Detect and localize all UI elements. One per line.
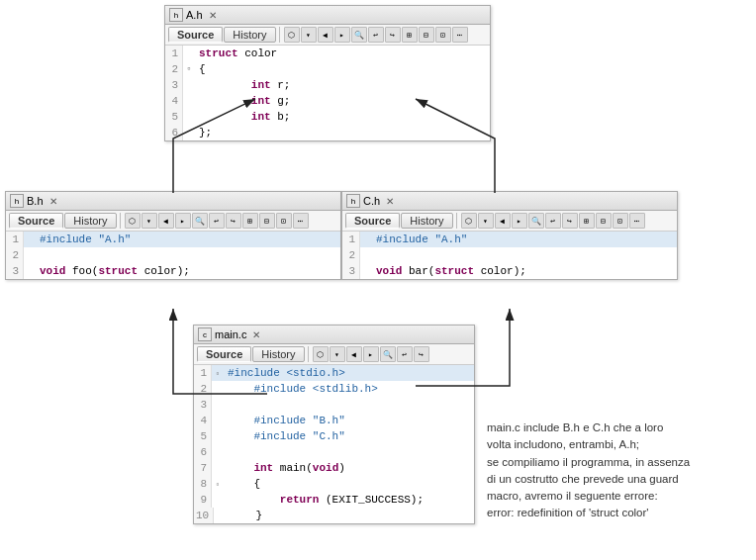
ch-line-1: 1 #include "A.h"	[342, 232, 677, 247]
mainc-icon5[interactable]: 🔍	[380, 346, 396, 362]
bh-source-tab[interactable]: Source	[9, 213, 63, 229]
bh-titlebar: h B.h ✕	[6, 192, 340, 211]
ch-source-tab[interactable]: Source	[345, 213, 400, 229]
bh-line-1: 1 #include "A.h"	[6, 232, 340, 247]
ah-line-1: 1 struct color	[165, 46, 490, 61]
ah-icon7[interactable]: ↪	[385, 27, 401, 43]
mainc-close-btn[interactable]: ✕	[252, 329, 260, 340]
ah-history-tab[interactable]: History	[224, 27, 275, 43]
mainc-icon1[interactable]: ⬡	[313, 346, 329, 362]
ch-icon9[interactable]: ⊟	[596, 213, 612, 229]
ah-window: h A.h ✕ Source History ⬡ ▾ ◀ ▸ 🔍 ↩ ↪ ⊞ ⊟…	[164, 5, 491, 141]
mainc-icon3[interactable]: ◀	[346, 346, 362, 362]
ah-icon8[interactable]: ⊞	[402, 27, 418, 43]
mainc-line-8: 8 ▫ {	[194, 476, 474, 492]
mainc-icon7[interactable]: ↪	[414, 346, 429, 362]
ch-icon6[interactable]: ↩	[545, 213, 561, 229]
ch-code: 1 #include "A.h" 2 3 void bar(struct col…	[342, 232, 677, 279]
mainc-line-10: 10 }	[194, 508, 474, 523]
mainc-icon6[interactable]: ↩	[397, 346, 413, 362]
mainc-tab-label: main.c	[215, 328, 246, 340]
bh-icon10[interactable]: ⊡	[276, 213, 292, 229]
ah-titlebar: h A.h ✕	[165, 6, 490, 25]
bh-icon5[interactable]: 🔍	[192, 213, 208, 229]
ah-icon4[interactable]: ▸	[334, 27, 350, 43]
ch-icon7[interactable]: ↪	[562, 213, 578, 229]
mainc-window: c main.c ✕ Source History ⬡ ▾ ◀ ▸ 🔍 ↩ ↪ …	[193, 325, 475, 524]
ah-icon10[interactable]: ⊡	[435, 27, 451, 43]
ah-source-tab[interactable]: Source	[168, 27, 223, 43]
mainc-source-tab[interactable]: Source	[197, 346, 251, 362]
mainc-toolbar: Source History ⬡ ▾ ◀ ▸ 🔍 ↩ ↪	[194, 344, 474, 365]
ah-icon9[interactable]: ⊟	[419, 27, 434, 43]
ah-line-5: 5 int b;	[165, 109, 490, 125]
ch-history-tab[interactable]: History	[401, 213, 452, 229]
ch-file-icon: h	[346, 194, 360, 208]
ch-window: h C.h ✕ Source History ⬡ ▾ ◀ ▸ 🔍 ↩ ↪ ⊞ ⊟…	[341, 191, 678, 280]
ah-icon6[interactable]: ↩	[368, 27, 384, 43]
ch-icon2[interactable]: ▾	[478, 213, 494, 229]
ch-titlebar: h C.h ✕	[342, 192, 677, 211]
mainc-history-tab[interactable]: History	[252, 346, 304, 362]
ah-close-btn[interactable]: ✕	[209, 10, 217, 21]
ah-icon1[interactable]: ⬡	[284, 27, 300, 43]
bh-line-2: 2	[6, 247, 340, 263]
bh-icon1[interactable]: ⬡	[125, 213, 141, 229]
bh-icon11[interactable]: ⋯	[293, 213, 309, 229]
mainc-icon2[interactable]: ▾	[330, 346, 345, 362]
mainc-line-7: 7 int main(void)	[194, 460, 474, 476]
ch-icon1[interactable]: ⬡	[461, 213, 477, 229]
mainc-icon4[interactable]: ▸	[363, 346, 379, 362]
bh-icon2[interactable]: ▾	[142, 213, 157, 229]
mainc-line-4: 4 #include "B.h"	[194, 413, 474, 428]
mainc-line-3: 3	[194, 397, 474, 413]
mainc-line-6: 6	[194, 444, 474, 460]
bh-file-icon: h	[10, 194, 24, 208]
ch-tab-label: C.h	[363, 195, 380, 207]
mainc-line-1: 1 ▫ #include <stdio.h>	[194, 365, 474, 381]
mainc-titlebar: c main.c ✕	[194, 326, 474, 344]
bh-close-btn[interactable]: ✕	[49, 196, 57, 207]
ch-icon8[interactable]: ⊞	[579, 213, 595, 229]
description-box: main.c include B.h e C.h che a lorovolta…	[487, 420, 690, 522]
ah-sep1	[279, 27, 280, 43]
ch-icon4[interactable]: ▸	[512, 213, 527, 229]
mainc-sep1	[308, 346, 309, 362]
ch-icons: ⬡ ▾ ◀ ▸ 🔍 ↩ ↪ ⊞ ⊟ ⊡ ⋯	[461, 213, 645, 229]
mainc-line-5: 5 #include "C.h"	[194, 428, 474, 444]
bh-code: 1 #include "A.h" 2 3 void foo(struct col…	[6, 232, 340, 279]
ch-close-btn[interactable]: ✕	[386, 196, 394, 207]
ch-toolbar: Source History ⬡ ▾ ◀ ▸ 🔍 ↩ ↪ ⊞ ⊟ ⊡ ⋯	[342, 211, 677, 232]
mainc-file-icon: c	[198, 327, 212, 341]
ch-sep1	[456, 213, 457, 229]
ah-line-3: 3 int r;	[165, 77, 490, 93]
bh-icon3[interactable]: ◀	[158, 213, 174, 229]
mainc-icons: ⬡ ▾ ◀ ▸ 🔍 ↩ ↪	[313, 346, 429, 362]
bh-icon7[interactable]: ↪	[226, 213, 241, 229]
ah-code: 1 struct color 2 ▫ { 3 int r; 4 int g; 5…	[165, 46, 490, 140]
bh-icon4[interactable]: ▸	[175, 213, 191, 229]
ah-toolbar: Source History ⬡ ▾ ◀ ▸ 🔍 ↩ ↪ ⊞ ⊟ ⊡ ⋯	[165, 25, 490, 46]
bh-line-3: 3 void foo(struct color);	[6, 263, 340, 279]
ch-icon5[interactable]: 🔍	[528, 213, 544, 229]
ah-line-6: 6 };	[165, 125, 490, 140]
ch-icon11[interactable]: ⋯	[629, 213, 645, 229]
description-text: main.c include B.h e C.h che a lorovolta…	[487, 421, 690, 518]
bh-history-tab[interactable]: History	[64, 213, 116, 229]
bh-icon9[interactable]: ⊟	[259, 213, 275, 229]
ch-icon3[interactable]: ◀	[495, 213, 511, 229]
ah-line-2: 2 ▫ {	[165, 61, 490, 77]
ah-icon5[interactable]: 🔍	[351, 27, 367, 43]
ah-line-4: 4 int g;	[165, 93, 490, 109]
ch-icon10[interactable]: ⊡	[613, 213, 628, 229]
bh-icon8[interactable]: ⊞	[242, 213, 258, 229]
ch-line-2: 2	[342, 247, 677, 263]
ah-icon2[interactable]: ▾	[301, 27, 317, 43]
ah-icon3[interactable]: ◀	[318, 27, 333, 43]
bh-tab-label: B.h	[27, 195, 44, 207]
ah-icons: ⬡ ▾ ◀ ▸ 🔍 ↩ ↪ ⊞ ⊟ ⊡ ⋯	[284, 27, 468, 43]
ah-tab-label: A.h	[186, 9, 203, 21]
ah-icon11[interactable]: ⋯	[452, 27, 468, 43]
bh-sep1	[120, 213, 121, 229]
bh-icon6[interactable]: ↩	[209, 213, 225, 229]
